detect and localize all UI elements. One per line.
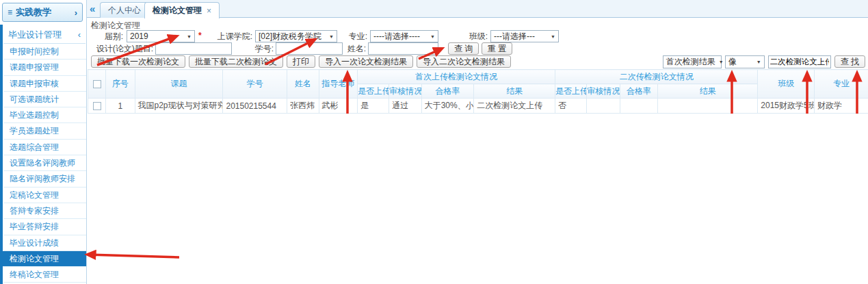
select-all-checkbox[interactable]	[93, 80, 101, 88]
subcol-uploaded-2: 是否上传	[555, 84, 587, 99]
student-no-label: 学号:	[251, 42, 274, 55]
caret-down-icon: ▼	[753, 60, 761, 64]
cell-pass-rate-2	[620, 99, 657, 114]
col-header-advisor: 指导老师	[319, 70, 357, 99]
sidebar-group-label: 毕业设计管理	[8, 29, 62, 41]
main-content: « 个人中心 检测论文管理 × 检测论文管理 届别: 2019 ▼ * 上课学院…	[87, 0, 868, 284]
sidebar-item[interactable]: 定稿论文管理	[3, 188, 86, 203]
subcol-result-2: 结果	[658, 84, 758, 99]
student-no-input[interactable]	[276, 42, 343, 55]
cell-name: 张西炜	[287, 99, 319, 114]
jiebie-select[interactable]: 2019 ▼	[127, 30, 195, 42]
subcol-pass-rate-2: 合格率	[620, 84, 657, 99]
sidebar-item[interactable]: 隐名评阅教师安排	[3, 171, 86, 187]
col-header-topic: 课题	[135, 70, 223, 99]
cell-topic: 我国p2p现状与对策研究	[135, 99, 223, 114]
tab-detection-paper-management[interactable]: 检测论文管理 ×	[144, 2, 220, 18]
sidebar-item[interactable]: 答辩专家安排	[3, 203, 86, 219]
name-input[interactable]	[368, 42, 438, 55]
major-label: 专业:	[339, 30, 367, 42]
sidebar-item[interactable]: 终稿论文管理	[3, 267, 86, 283]
sidebar-header-label: 实践教学	[16, 6, 51, 18]
batch-download-second-button[interactable]: 批量下载二次检测论文	[189, 55, 283, 68]
tab-personal-center[interactable]: 个人中心	[100, 2, 149, 18]
cell-review-2	[587, 99, 620, 114]
sidebar-item[interactable]: 毕业设计成绩	[3, 235, 86, 251]
sidebar-item[interactable]: 设置隐名评阅教师	[3, 155, 86, 171]
first-result-select[interactable]: 首次检测结果 ▼	[663, 55, 722, 68]
class-select[interactable]: ---请选择--- ▼	[490, 30, 559, 42]
required-asterisk: *	[198, 31, 202, 40]
class-value: ---请选择---	[494, 31, 535, 42]
chevron-left-icon: ‹	[78, 29, 81, 40]
major-select[interactable]: ----请选择---- ▼	[370, 30, 438, 42]
first-result-value: 首次检测结果	[666, 56, 715, 68]
tab-label: 个人中心	[108, 5, 141, 16]
thesis-title-label: 设计(论文)题目:	[87, 42, 153, 55]
results-table: 序号 课题 学号 姓名 指导老师 首次上传检测论文情况 二次传检测论文情况 班级…	[88, 69, 868, 114]
cell-result-1: 二次检测论文上传	[474, 99, 555, 114]
close-icon[interactable]: ×	[207, 6, 211, 16]
caret-down-icon: ▼	[187, 34, 192, 39]
import-first-result-button[interactable]: 导入一次论文检测结果	[319, 55, 413, 68]
group-header-first-upload: 首次上传检测论文情况	[357, 70, 555, 84]
sidebar-group-graduation-design[interactable]: 毕业设计管理 ‹	[3, 26, 86, 44]
caret-down-icon: ▼	[715, 60, 724, 64]
toolbar: 批量下载一次检测论文 批量下载二次检测论文 打印 导入一次论文检测结果 导入二次…	[91, 55, 865, 68]
college-value: [02]财政税务学院	[259, 31, 321, 42]
collapse-sidebar-icon[interactable]: «	[90, 3, 95, 14]
sidebar-item-detection-paper-management[interactable]: 检测论文管理	[3, 251, 86, 267]
college-select[interactable]: [02]财政税务学院 ▼	[255, 30, 337, 42]
sidebar-header-practice-teaching[interactable]: ≡ 实践教学 ›	[2, 3, 83, 22]
import-second-result-button[interactable]: 导入二次论文检测结果	[417, 55, 511, 68]
tab-label: 检测论文管理	[153, 5, 202, 16]
cell-result-2	[658, 99, 758, 114]
sidebar-item[interactable]: 学员选题处理	[3, 123, 86, 139]
print-button[interactable]: 打印	[287, 55, 315, 68]
batch-download-first-button[interactable]: 批量下载一次检测论文	[91, 55, 185, 68]
caret-down-icon: ▼	[329, 34, 334, 39]
college-label: 上课学院:	[210, 30, 252, 42]
sidebar-item[interactable]: 课题申报审核	[3, 76, 86, 92]
sidebar-item[interactable]: 申报时间控制	[3, 44, 86, 60]
sidebar-item[interactable]: 选题综合管理	[3, 140, 86, 155]
reset-button[interactable]: 重 置	[482, 42, 512, 55]
like-select[interactable]: 像 ▼	[725, 55, 765, 68]
find-button[interactable]: 查 找	[834, 55, 865, 68]
caret-down-icon: ▼	[430, 34, 435, 39]
table-row: 1 我国p2p现状与对策研究 20150215544 张西炜 武彬 是 通过 大…	[88, 99, 868, 114]
cell-major: 财政学	[814, 99, 868, 114]
caret-down-icon: ▼	[551, 34, 555, 39]
subcol-result-1: 结果	[474, 84, 555, 99]
subcol-review-1: 审核情况	[389, 84, 421, 99]
jiebie-label: 届别:	[88, 30, 123, 42]
group-header-second-upload: 二次传检测论文情况	[555, 70, 758, 84]
select-all-header	[88, 70, 106, 99]
sidebar-item[interactable]: 毕业选题控制	[3, 107, 86, 123]
search-button[interactable]: 查 询	[448, 42, 479, 55]
major-value: ----请选择----	[373, 31, 420, 42]
thesis-title-input[interactable]	[155, 42, 232, 55]
name-label: 姓名:	[345, 42, 366, 55]
cell-student-no: 20150215544	[223, 99, 287, 114]
jiebie-value: 2019	[130, 31, 148, 41]
sidebar-item[interactable]: 可选课题统计	[3, 92, 86, 107]
subcol-review-2: 审核情况	[587, 84, 620, 99]
cell-class: 2015财政学5班	[758, 99, 815, 114]
like-value: 像	[728, 56, 737, 68]
subcol-uploaded-1: 是否上传	[357, 84, 389, 99]
cell-uploaded-1: 是	[357, 99, 389, 114]
col-header-name: 姓名	[287, 70, 319, 99]
cell-advisor: 武彬	[319, 99, 357, 114]
col-header-major: 专业	[814, 70, 868, 99]
row-checkbox[interactable]	[93, 102, 101, 110]
col-header-seq: 序号	[106, 70, 135, 99]
sidebar: ≡ 实践教学 › 毕业设计管理 ‹ 申报时间控制 课题申报管理 课题申报审核 可…	[0, 0, 87, 284]
cell-review-1: 通过	[389, 99, 421, 114]
sidebar-item[interactable]: 毕业答辩安排	[3, 219, 86, 235]
sidebar-item[interactable]: 课题申报管理	[3, 60, 86, 75]
menu-list-icon: ≡	[8, 8, 12, 17]
second-upload-input[interactable]	[768, 55, 831, 68]
cell-uploaded-2: 否	[555, 99, 587, 114]
class-label: 班级:	[462, 30, 488, 42]
